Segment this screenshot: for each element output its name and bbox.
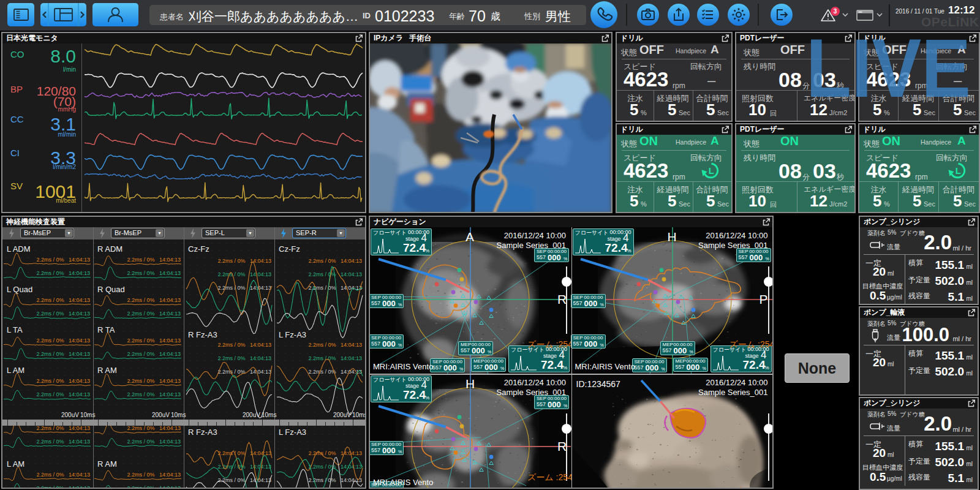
svg-text:L: L — [709, 166, 714, 176]
svg-text:LIVE: LIVE — [806, 31, 971, 101]
svg-text:L: L — [956, 166, 961, 176]
